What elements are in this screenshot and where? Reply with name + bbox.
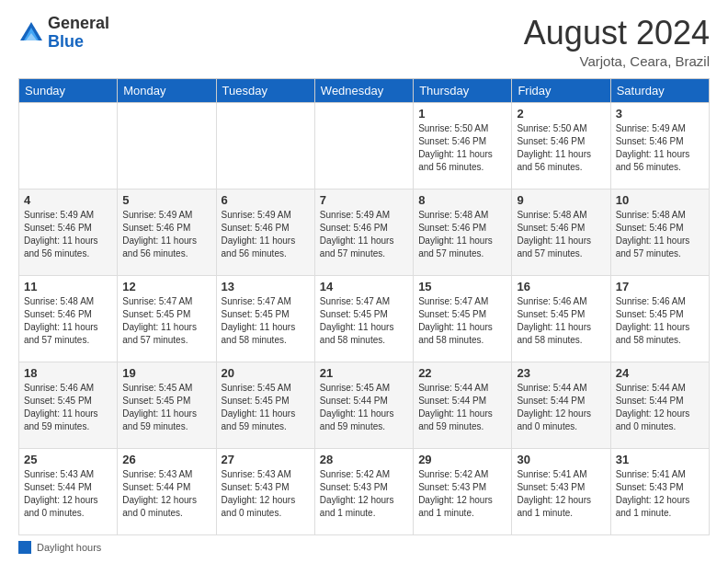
- day-number: 25: [24, 453, 112, 466]
- day-info: Sunrise: 5:46 AM Sunset: 5:45 PM Dayligh…: [616, 295, 704, 347]
- day-number: 4: [24, 193, 112, 207]
- calendar-cell: [216, 102, 314, 189]
- day-number: 28: [320, 453, 408, 466]
- day-number: 14: [320, 280, 408, 293]
- day-number: 12: [122, 280, 210, 293]
- day-info: Sunrise: 5:48 AM Sunset: 5:46 PM Dayligh…: [616, 209, 704, 260]
- day-number: 8: [418, 193, 506, 207]
- day-number: 6: [222, 193, 310, 207]
- calendar-cell: 16Sunrise: 5:46 AM Sunset: 5:45 PM Dayli…: [512, 275, 610, 362]
- day-info: Sunrise: 5:49 AM Sunset: 5:46 PM Dayligh…: [122, 209, 210, 260]
- header: General Blue August 2024 Varjota, Ceara,…: [18, 15, 710, 69]
- day-number: 18: [24, 366, 112, 380]
- calendar-cell: 11Sunrise: 5:48 AM Sunset: 5:46 PM Dayli…: [19, 275, 118, 362]
- daylight-box-icon: [18, 541, 31, 554]
- day-number: 16: [517, 280, 605, 293]
- calendar-cell: 15Sunrise: 5:47 AM Sunset: 5:45 PM Dayli…: [414, 275, 512, 362]
- day-number: 17: [616, 280, 704, 293]
- day-info: Sunrise: 5:45 AM Sunset: 5:45 PM Dayligh…: [122, 382, 210, 433]
- day-number: 9: [517, 193, 605, 207]
- day-info: Sunrise: 5:42 AM Sunset: 5:43 PM Dayligh…: [418, 468, 506, 520]
- header-wednesday: Wednesday: [314, 78, 413, 102]
- day-info: Sunrise: 5:44 AM Sunset: 5:44 PM Dayligh…: [517, 382, 605, 433]
- header-tuesday: Tuesday: [216, 78, 314, 102]
- day-info: Sunrise: 5:48 AM Sunset: 5:46 PM Dayligh…: [24, 295, 112, 347]
- day-info: Sunrise: 5:46 AM Sunset: 5:45 PM Dayligh…: [517, 295, 605, 347]
- calendar-cell: 29Sunrise: 5:42 AM Sunset: 5:43 PM Dayli…: [414, 448, 512, 534]
- calendar-cell: 5Sunrise: 5:49 AM Sunset: 5:46 PM Daylig…: [118, 189, 216, 275]
- calendar-cell: 8Sunrise: 5:48 AM Sunset: 5:46 PM Daylig…: [414, 189, 512, 275]
- day-info: Sunrise: 5:41 AM Sunset: 5:43 PM Dayligh…: [517, 468, 605, 520]
- day-number: 1: [418, 107, 506, 121]
- day-number: 31: [616, 453, 704, 466]
- calendar-cell: 4Sunrise: 5:49 AM Sunset: 5:46 PM Daylig…: [19, 189, 118, 275]
- day-info: Sunrise: 5:50 AM Sunset: 5:46 PM Dayligh…: [517, 122, 605, 174]
- calendar-cell: 23Sunrise: 5:44 AM Sunset: 5:44 PM Dayli…: [512, 362, 610, 448]
- calendar-cell: 24Sunrise: 5:44 AM Sunset: 5:44 PM Dayli…: [610, 362, 709, 448]
- week-row-2: 4Sunrise: 5:49 AM Sunset: 5:46 PM Daylig…: [19, 189, 710, 275]
- calendar-cell: 21Sunrise: 5:45 AM Sunset: 5:44 PM Dayli…: [314, 362, 413, 448]
- page: General Blue August 2024 Varjota, Ceara,…: [0, 0, 728, 563]
- day-number: 2: [517, 107, 605, 121]
- footer: Daylight hours: [18, 541, 710, 554]
- location: Varjota, Ceara, Brazil: [524, 53, 710, 69]
- calendar-cell: 10Sunrise: 5:48 AM Sunset: 5:46 PM Dayli…: [610, 189, 709, 275]
- calendar-cell: 7Sunrise: 5:49 AM Sunset: 5:46 PM Daylig…: [314, 189, 413, 275]
- day-info: Sunrise: 5:45 AM Sunset: 5:44 PM Dayligh…: [320, 382, 408, 433]
- daylight-label: Daylight hours: [37, 542, 101, 553]
- day-info: Sunrise: 5:47 AM Sunset: 5:45 PM Dayligh…: [320, 295, 408, 347]
- day-info: Sunrise: 5:44 AM Sunset: 5:44 PM Dayligh…: [616, 382, 704, 433]
- logo-icon: [18, 20, 44, 46]
- title-block: August 2024 Varjota, Ceara, Brazil: [524, 15, 710, 69]
- week-row-1: 1Sunrise: 5:50 AM Sunset: 5:46 PM Daylig…: [19, 102, 710, 189]
- logo: General Blue: [18, 15, 109, 52]
- header-row: SundayMondayTuesdayWednesdayThursdayFrid…: [19, 78, 710, 102]
- day-info: Sunrise: 5:49 AM Sunset: 5:46 PM Dayligh…: [222, 209, 310, 260]
- calendar-cell: 14Sunrise: 5:47 AM Sunset: 5:45 PM Dayli…: [314, 275, 413, 362]
- day-info: Sunrise: 5:49 AM Sunset: 5:46 PM Dayligh…: [616, 122, 704, 174]
- day-number: 15: [418, 280, 506, 293]
- day-info: Sunrise: 5:50 AM Sunset: 5:46 PM Dayligh…: [418, 122, 506, 174]
- week-row-5: 25Sunrise: 5:43 AM Sunset: 5:44 PM Dayli…: [19, 448, 710, 534]
- header-friday: Friday: [512, 78, 610, 102]
- day-info: Sunrise: 5:42 AM Sunset: 5:43 PM Dayligh…: [320, 468, 408, 520]
- header-monday: Monday: [118, 78, 216, 102]
- calendar-cell: 1Sunrise: 5:50 AM Sunset: 5:46 PM Daylig…: [414, 102, 512, 189]
- day-number: 24: [616, 366, 704, 380]
- calendar-cell: 22Sunrise: 5:44 AM Sunset: 5:44 PM Dayli…: [414, 362, 512, 448]
- calendar-table: SundayMondayTuesdayWednesdayThursdayFrid…: [18, 78, 710, 535]
- day-info: Sunrise: 5:47 AM Sunset: 5:45 PM Dayligh…: [122, 295, 210, 347]
- header-saturday: Saturday: [610, 78, 709, 102]
- day-number: 11: [24, 280, 112, 293]
- day-info: Sunrise: 5:49 AM Sunset: 5:46 PM Dayligh…: [320, 209, 408, 260]
- day-number: 3: [616, 107, 704, 121]
- calendar-cell: 2Sunrise: 5:50 AM Sunset: 5:46 PM Daylig…: [512, 102, 610, 189]
- calendar-cell: 25Sunrise: 5:43 AM Sunset: 5:44 PM Dayli…: [19, 448, 118, 534]
- day-info: Sunrise: 5:44 AM Sunset: 5:44 PM Dayligh…: [418, 382, 506, 433]
- day-number: 10: [616, 193, 704, 207]
- day-number: 13: [222, 280, 310, 293]
- day-info: Sunrise: 5:47 AM Sunset: 5:45 PM Dayligh…: [222, 295, 310, 347]
- logo-text: General Blue: [48, 15, 109, 52]
- calendar-cell: [118, 102, 216, 189]
- day-info: Sunrise: 5:43 AM Sunset: 5:43 PM Dayligh…: [222, 468, 310, 520]
- calendar-cell: 27Sunrise: 5:43 AM Sunset: 5:43 PM Dayli…: [216, 448, 314, 534]
- calendar-cell: 6Sunrise: 5:49 AM Sunset: 5:46 PM Daylig…: [216, 189, 314, 275]
- day-info: Sunrise: 5:45 AM Sunset: 5:45 PM Dayligh…: [222, 382, 310, 433]
- day-info: Sunrise: 5:46 AM Sunset: 5:45 PM Dayligh…: [24, 382, 112, 433]
- calendar-cell: 26Sunrise: 5:43 AM Sunset: 5:44 PM Dayli…: [118, 448, 216, 534]
- calendar-cell: 31Sunrise: 5:41 AM Sunset: 5:43 PM Dayli…: [610, 448, 709, 534]
- calendar-cell: [314, 102, 413, 189]
- day-number: 22: [418, 366, 506, 380]
- week-row-3: 11Sunrise: 5:48 AM Sunset: 5:46 PM Dayli…: [19, 275, 710, 362]
- calendar-cell: [19, 102, 118, 189]
- calendar-cell: 28Sunrise: 5:42 AM Sunset: 5:43 PM Dayli…: [314, 448, 413, 534]
- day-number: 19: [122, 366, 210, 380]
- day-number: 30: [517, 453, 605, 466]
- calendar-cell: 9Sunrise: 5:48 AM Sunset: 5:46 PM Daylig…: [512, 189, 610, 275]
- day-number: 29: [418, 453, 506, 466]
- day-info: Sunrise: 5:41 AM Sunset: 5:43 PM Dayligh…: [616, 468, 704, 520]
- day-info: Sunrise: 5:43 AM Sunset: 5:44 PM Dayligh…: [24, 468, 112, 520]
- day-info: Sunrise: 5:43 AM Sunset: 5:44 PM Dayligh…: [122, 468, 210, 520]
- calendar-cell: 19Sunrise: 5:45 AM Sunset: 5:45 PM Dayli…: [118, 362, 216, 448]
